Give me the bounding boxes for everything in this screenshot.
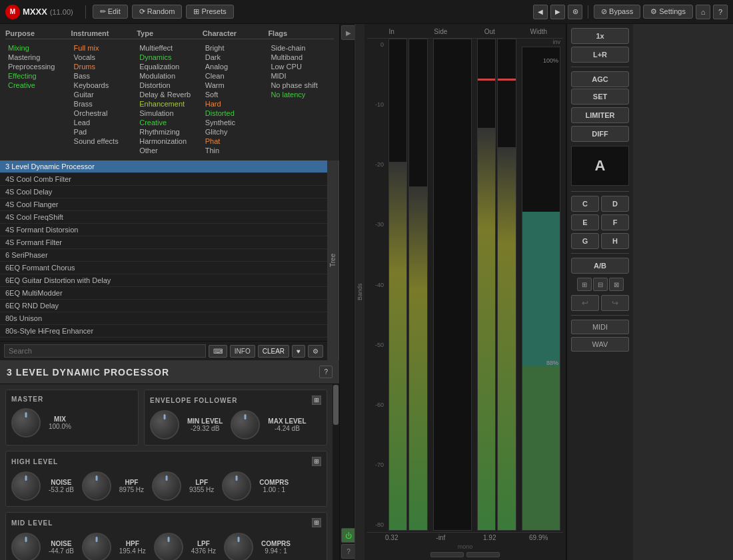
inst-vocals[interactable]: Vocals (71, 53, 137, 62)
random-button[interactable]: ⟳ Random (132, 5, 183, 19)
scroll-ind-2[interactable] (466, 552, 500, 557)
type-delay-reverb[interactable]: Delay & Reverb (137, 90, 203, 99)
purpose-effecting[interactable]: Effecting (5, 71, 71, 81)
flag-nolatency[interactable]: No latency (268, 90, 334, 99)
presets-button[interactable]: ⊞ Presets (186, 5, 233, 19)
g-button[interactable]: G (571, 233, 599, 249)
set-button[interactable]: SET (571, 89, 629, 105)
lr-button[interactable]: L+R (571, 47, 629, 63)
type-creative[interactable]: Creative (137, 118, 203, 127)
type-multieffect[interactable]: Multieffect (137, 43, 203, 53)
help-button[interactable]: ? (713, 5, 728, 19)
plugin-help-button[interactable]: ? (319, 366, 333, 378)
noise-knob-mid[interactable] (11, 533, 41, 560)
char-phat[interactable]: Phat (203, 137, 269, 146)
type-simulation[interactable]: Simulation (137, 109, 203, 118)
diff-button[interactable]: DIFF (571, 126, 629, 142)
type-enhancement[interactable]: Enhancement (137, 99, 203, 109)
preset-item[interactable]: 3 Level Dynamic Processor (0, 160, 327, 173)
type-dynamics[interactable]: Dynamics (137, 53, 203, 62)
f-button[interactable]: F (601, 214, 629, 230)
preset-item[interactable]: 6 SeriPhaser (0, 249, 327, 262)
char-bright[interactable]: Bright (203, 43, 269, 53)
inst-lead[interactable]: Lead (71, 118, 137, 127)
lpf-knob-high[interactable] (152, 471, 181, 501)
preset-list[interactable]: 3 Level Dynamic Processor 4S Cool Comb F… (0, 160, 327, 341)
char-distorted[interactable]: Distorted (203, 109, 269, 118)
info-mini-btn[interactable]: ? (341, 544, 356, 559)
search-input[interactable] (4, 344, 206, 358)
options-button[interactable]: ⚙ (308, 345, 323, 358)
flag-multiband[interactable]: Multiband (268, 53, 334, 62)
preset-item[interactable]: 80s Unison (0, 312, 327, 325)
preset-item[interactable]: 4S Formant Distorsion (0, 224, 327, 236)
preset-item[interactable]: 4S Cool FreqShift (0, 211, 327, 224)
preset-item[interactable]: 6EQ RND Delay (0, 300, 327, 312)
char-synthetic[interactable]: Synthetic (203, 118, 269, 127)
purpose-preprocessing[interactable]: Preprocessing (5, 62, 71, 71)
flag-nophaseshift[interactable]: No phase shift (268, 81, 334, 90)
inst-keyboards[interactable]: Keyboards (71, 81, 137, 90)
purpose-mastering[interactable]: Mastering (5, 53, 71, 62)
inst-orchestral[interactable]: Orchestral (71, 109, 137, 118)
purpose-creative[interactable]: Creative (5, 81, 71, 90)
type-harmonization[interactable]: Harmonization (137, 137, 203, 146)
char-dark[interactable]: Dark (203, 53, 269, 62)
bypass-button[interactable]: ⊘ Bypass (594, 5, 640, 19)
char-clean[interactable]: Clean (203, 71, 269, 81)
preset-item[interactable]: 6EQ Formant Chorus (0, 262, 327, 274)
envelope-icon[interactable]: ⊞ (312, 396, 321, 405)
e-button[interactable]: E (571, 214, 599, 230)
tree-label[interactable]: Tree (327, 160, 339, 360)
bands-tab[interactable]: Bands (355, 24, 365, 560)
char-warm[interactable]: Warm (203, 81, 269, 90)
preset-item[interactable]: 6EQ Guitar Distortion with Delay (0, 274, 327, 287)
info-button[interactable]: INFO (230, 345, 255, 358)
flag-lowcpu[interactable]: Low CPU (268, 62, 334, 71)
flag-midi[interactable]: MIDI (268, 71, 334, 81)
type-modulation[interactable]: Modulation (137, 71, 203, 81)
inst-drums[interactable]: Drums (71, 62, 137, 71)
1x-button[interactable]: 1x (571, 28, 629, 44)
nav-bookmark[interactable]: ⊛ (568, 5, 582, 19)
mix-knob[interactable] (11, 408, 41, 437)
inst-pad[interactable]: Pad (71, 127, 137, 137)
copy-btn-1[interactable]: ⊞ (577, 278, 592, 291)
inst-guitar[interactable]: Guitar (71, 90, 137, 99)
flag-sidechain[interactable]: Side-chain (268, 43, 334, 53)
scroll-thumb[interactable] (333, 385, 339, 425)
type-distortion[interactable]: Distortion (137, 81, 203, 90)
copy-btn-3[interactable]: ⊠ (609, 278, 624, 291)
inst-brass[interactable]: Brass (71, 99, 137, 109)
settings-button[interactable]: ⚙ Settings (643, 5, 693, 19)
high-level-icon[interactable]: ⊞ (312, 457, 321, 466)
c-button[interactable]: C (571, 196, 599, 212)
char-analog[interactable]: Analog (203, 62, 269, 71)
keyboard-icon-btn[interactable]: ⌨ (209, 345, 227, 358)
type-rhythmizing[interactable]: Rhythmizing (137, 127, 203, 137)
inst-soundfx[interactable]: Sound effects (71, 137, 137, 146)
undo-btn[interactable]: ↩ (571, 295, 599, 311)
type-other[interactable]: Other (137, 146, 203, 155)
comprs-knob-mid[interactable] (224, 533, 253, 560)
home-button[interactable]: ⌂ (696, 5, 710, 19)
redo-btn[interactable]: ↪ (601, 295, 629, 311)
midi-button[interactable]: MIDI (571, 320, 629, 334)
comprs-knob-high[interactable] (222, 471, 251, 501)
char-thin[interactable]: Thin (203, 146, 269, 155)
preset-item[interactable]: 4S Cool Flanger (0, 198, 327, 211)
edit-button[interactable]: ✏ Edit (93, 5, 128, 19)
preset-item[interactable]: 4S Cool Comb Filter (0, 173, 327, 186)
preset-item[interactable]: 4S Cool Delay (0, 186, 327, 198)
hpf-knob-mid[interactable] (82, 533, 111, 560)
max-level-knob[interactable] (231, 410, 260, 439)
inst-bass[interactable]: Bass (71, 71, 137, 81)
mini-btn-1[interactable]: ▶ (341, 25, 356, 40)
char-soft[interactable]: Soft (203, 90, 269, 99)
mid-level-icon[interactable]: ⊞ (312, 518, 321, 527)
d-button[interactable]: D (601, 196, 629, 212)
lpf-knob-mid[interactable] (154, 533, 183, 560)
limiter-button[interactable]: LIMITER (571, 107, 629, 123)
clear-button[interactable]: CLEAR (258, 345, 289, 358)
scroll-ind-1[interactable] (430, 552, 464, 557)
